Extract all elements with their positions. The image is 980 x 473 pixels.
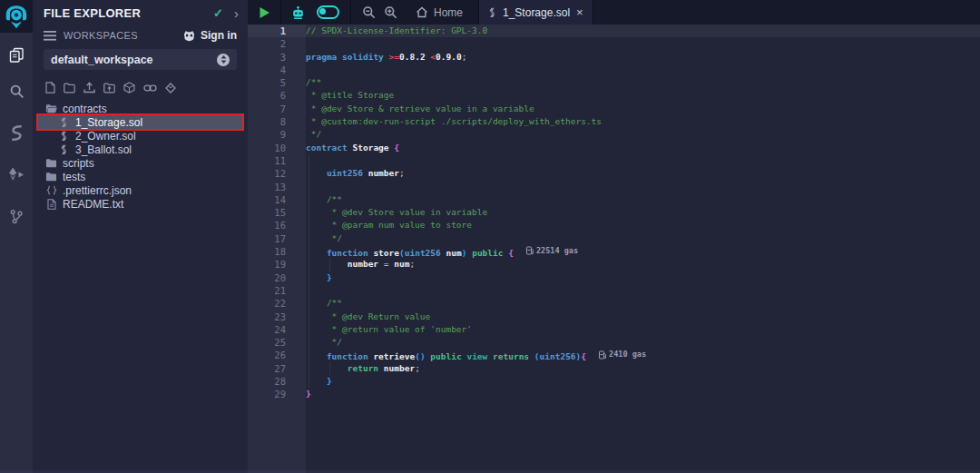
file-label: contracts bbox=[63, 103, 107, 115]
code-line[interactable]: 14 /** bbox=[248, 193, 980, 206]
file-tree-item-tests[interactable]: tests bbox=[38, 170, 242, 183]
file-tree-item-1-storage-sol[interactable]: 1_Storage.sol bbox=[38, 115, 242, 129]
line-number[interactable]: 3 bbox=[248, 51, 306, 64]
line-number[interactable]: 9 bbox=[248, 128, 306, 141]
line-number[interactable]: 17 bbox=[248, 232, 306, 245]
solidity-compiler-icon[interactable] bbox=[0, 114, 33, 151]
file-tree-item-3-ballot-sol[interactable]: 3_Ballot.sol bbox=[38, 143, 242, 156]
line-number[interactable]: 22 bbox=[248, 297, 306, 310]
code-line[interactable]: 26 function retrieve() public view retur… bbox=[248, 349, 980, 361]
line-number[interactable]: 10 bbox=[248, 142, 306, 154]
code-line[interactable]: 19 number = num; bbox=[248, 258, 980, 271]
code-line[interactable]: 20 } bbox=[248, 271, 980, 284]
tab-1-storage-sol[interactable]: 1_Storage.sol × bbox=[478, 0, 593, 25]
chevron-right-icon[interactable]: › bbox=[234, 9, 239, 18]
zoom-in-icon[interactable] bbox=[384, 5, 397, 19]
line-number[interactable]: 1 bbox=[248, 25, 306, 37]
zoom-out-icon[interactable] bbox=[362, 5, 376, 19]
line-number[interactable]: 15 bbox=[248, 206, 306, 219]
line-number[interactable]: 28 bbox=[248, 375, 306, 388]
code-line[interactable]: 1// SPDX-License-Identifier: GPL-3.0 bbox=[248, 25, 980, 37]
upload-folder-icon[interactable] bbox=[103, 83, 115, 94]
indent-guide bbox=[309, 349, 309, 361]
line-number[interactable]: 5 bbox=[248, 76, 306, 89]
remix-logo[interactable] bbox=[0, 0, 33, 33]
line-number[interactable]: 11 bbox=[248, 154, 306, 167]
run-script-button[interactable] bbox=[259, 6, 270, 19]
code-line[interactable]: 11 bbox=[248, 154, 980, 167]
code-line[interactable]: 18 function store(uint256 num) public {2… bbox=[248, 245, 980, 258]
ai-assistant-icon[interactable] bbox=[290, 5, 306, 20]
code-line[interactable]: 8 * @custom:dev-run-script ./scripts/dep… bbox=[248, 115, 980, 128]
code-line[interactable]: 16 * @param num value to store bbox=[248, 219, 980, 232]
line-number[interactable]: 12 bbox=[248, 167, 306, 180]
file-tree-item-2-owner-sol[interactable]: 2_Owner.sol bbox=[38, 129, 242, 143]
line-number[interactable]: 6 bbox=[248, 89, 306, 102]
hamburger-menu-icon[interactable] bbox=[44, 31, 56, 41]
code-line[interactable]: 29} bbox=[248, 388, 980, 400]
home-tab[interactable]: Home bbox=[416, 6, 463, 19]
search-icon[interactable] bbox=[0, 73, 33, 109]
line-number[interactable]: 29 bbox=[248, 388, 306, 400]
line-number[interactable]: 7 bbox=[248, 103, 306, 115]
line-number[interactable]: 25 bbox=[248, 336, 306, 349]
file-tree-item-scripts[interactable]: scripts bbox=[38, 156, 242, 170]
code-line[interactable]: 23 * @dev Return value bbox=[248, 310, 980, 323]
code-line[interactable]: 2 bbox=[248, 37, 980, 50]
upload-file-icon[interactable] bbox=[83, 82, 95, 94]
code-line[interactable]: 7 * @dev Store & retrieve value in a var… bbox=[248, 103, 980, 115]
diamond-icon[interactable] bbox=[165, 83, 176, 94]
code-line[interactable]: 25 */ bbox=[248, 336, 980, 349]
code-line[interactable]: 22 /** bbox=[248, 297, 980, 310]
line-number[interactable]: 16 bbox=[248, 219, 306, 232]
code-line[interactable]: 5/** bbox=[248, 76, 980, 89]
code-content bbox=[306, 154, 980, 167]
code-line[interactable]: 15 * @dev Store value in variable bbox=[248, 206, 980, 219]
line-number[interactable]: 20 bbox=[248, 271, 306, 284]
new-file-icon[interactable] bbox=[45, 82, 55, 94]
line-number[interactable]: 21 bbox=[248, 284, 306, 297]
line-number[interactable]: 24 bbox=[248, 323, 306, 336]
file-tree-item-readme-txt[interactable]: README.txt bbox=[38, 197, 242, 211]
tab-close-icon[interactable]: × bbox=[576, 8, 583, 17]
code-line[interactable]: 10contract Storage { bbox=[248, 142, 980, 154]
new-folder-icon[interactable] bbox=[64, 83, 75, 94]
line-number[interactable]: 14 bbox=[248, 193, 306, 206]
git-icon[interactable] bbox=[0, 198, 33, 234]
code-line[interactable]: 3pragma solidity >=0.8.2 <0.9.0; bbox=[248, 51, 980, 64]
deploy-run-icon[interactable] bbox=[0, 156, 33, 192]
code-content bbox=[306, 284, 980, 297]
line-number[interactable]: 26 bbox=[248, 349, 306, 361]
line-number[interactable]: 13 bbox=[248, 181, 306, 193]
line-number[interactable]: 4 bbox=[248, 64, 306, 76]
ai-toggle-switch[interactable] bbox=[317, 5, 339, 19]
code-line[interactable]: 24 * @return value of 'number' bbox=[248, 323, 980, 336]
workspace-selected-value: default_workspace bbox=[51, 54, 217, 66]
line-number[interactable]: 19 bbox=[248, 258, 306, 271]
file-tree-item-contracts[interactable]: contracts bbox=[38, 102, 242, 115]
file-explorer-icon[interactable] bbox=[0, 36, 33, 73]
code-content bbox=[306, 64, 980, 76]
code-line[interactable]: 17 */ bbox=[248, 232, 980, 245]
code-line[interactable]: 21 bbox=[248, 284, 980, 297]
workspace-sort-icon[interactable] bbox=[217, 54, 230, 66]
line-number[interactable]: 27 bbox=[248, 362, 306, 375]
code-line[interactable]: 6 * @title Storage bbox=[248, 89, 980, 102]
code-line[interactable]: 28 } bbox=[248, 375, 980, 388]
code-line[interactable]: 13 bbox=[248, 181, 980, 193]
line-number[interactable]: 8 bbox=[248, 115, 306, 128]
code-editor[interactable]: 1// SPDX-License-Identifier: GPL-3.023pr… bbox=[248, 25, 980, 473]
code-content: number = num; bbox=[306, 258, 980, 271]
code-line[interactable]: 9 */ bbox=[248, 128, 980, 141]
link-icon[interactable] bbox=[143, 84, 157, 93]
line-number[interactable]: 18 bbox=[248, 245, 306, 258]
workspace-select[interactable]: default_workspace bbox=[44, 49, 237, 70]
code-line[interactable]: 12 uint256 number; bbox=[248, 167, 980, 180]
cube-icon[interactable] bbox=[123, 82, 135, 94]
line-number[interactable]: 23 bbox=[248, 310, 306, 323]
code-line[interactable]: 27 return number; bbox=[248, 362, 980, 375]
sign-in-button[interactable]: Sign in bbox=[182, 29, 237, 42]
code-line[interactable]: 4 bbox=[248, 64, 980, 76]
line-number[interactable]: 2 bbox=[248, 37, 306, 50]
file-tree-item-prettierrc-json[interactable]: .prettierrc.json bbox=[38, 183, 242, 197]
